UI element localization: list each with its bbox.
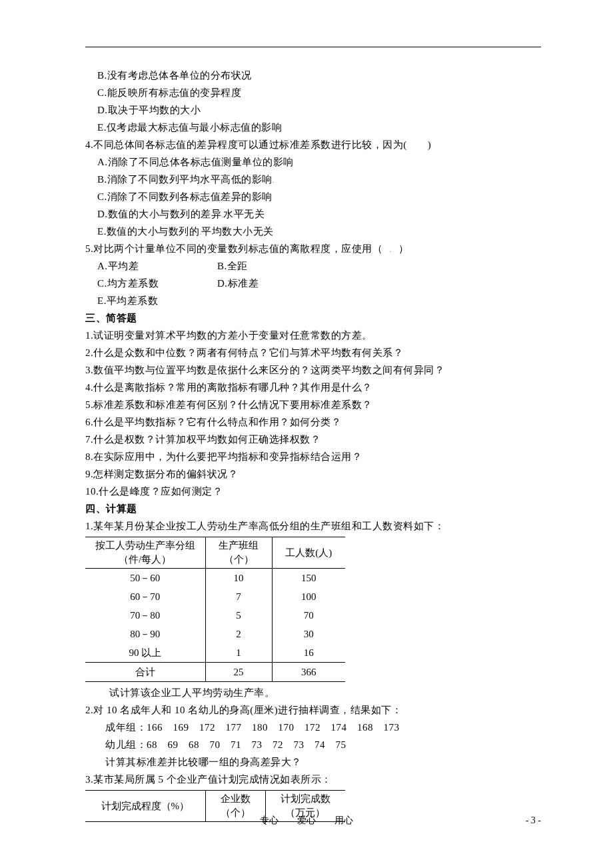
header-divider (85, 47, 541, 47)
q4-option-e: E.数值的大小与数列的.平均数大小无关 (85, 223, 541, 239)
t2-h3a: 计划完成数 (281, 793, 330, 804)
s4-q1-stem: 1.某年某月份某企业按工人劳动生产率高低分组的生产班组和工人数资料如下： (85, 518, 541, 534)
s3-q10: 10.什么是峰度？应如何测定？ (85, 483, 541, 499)
q4-option-c: C.消除了不同数列各标志值差异的影响 (85, 189, 541, 205)
s4-q2-adult: 成年组：166 169 172 177 180 170 172 174 168 … (85, 719, 541, 735)
s3-q6: 6.什么是平均数指标？它有什么特点和作用？如何分类？ (85, 414, 541, 430)
t2-h2a: 企业数 (221, 793, 251, 804)
q4-option-d: D.数值的大小与数列的差异.水平无关 (85, 206, 541, 222)
section4-title: 四、计算题 (85, 501, 541, 517)
q5-option-a: A.平均差 (97, 258, 217, 274)
table-total-row: 合计25366 (85, 663, 345, 682)
s4-q2-stem: 2.对 10 名成年人和 10 名幼儿的身高(厘米)进行抽样调查，结果如下： (85, 702, 541, 718)
q4-option-a: A.消除了不同总体各标志值测量单位的影响 (85, 154, 541, 170)
table-row: 50－6010150 (85, 569, 345, 588)
q5-option-e: E.平均差系数 (85, 293, 541, 309)
t1-h2a: 生产班组 (219, 540, 259, 551)
s4-q2-child: 幼儿组：68 69 68 70 71 73 72 73 74 75 (85, 737, 541, 753)
page-number: - 3 - (526, 813, 541, 828)
s3-q3: 3.数值平均数与位置平均数是依据什么来区分的？这两类平均数之间有何异同？ (85, 362, 541, 378)
q5-option-d: D.标准差 (217, 278, 259, 289)
q5-row-ab: A.平均差B.全距 (85, 258, 541, 274)
s4-q2-task: 计算其标准差并比较哪一组的身高差异大？ (85, 754, 541, 770)
q1-table: 按工人劳动生产率分组（件/每人） 生产班组（个） 工人数(人) 50－60101… (85, 537, 345, 682)
s3-q2: 2.什么是众数和中位数？两者有何特点？它们与算术平均数有何关系？ (85, 345, 541, 361)
section3-title: 三、简答题 (85, 310, 541, 326)
s3-q9: 9.怎样测定数据分布的偏斜状况？ (85, 466, 541, 482)
table-row: 80－90230 (85, 625, 345, 643)
table-row: 90 以上116 (85, 643, 345, 663)
q4-stem: 4.不同总体间各标志值的差异程度可以通过标准差系数进行比较，因为( ) (85, 137, 541, 153)
q5-row-cd: C.均方差系数D.标准差 (85, 275, 541, 291)
t1-h1a: 按工人劳动生产率分组 (95, 540, 195, 551)
t1-h3: 工人数(人) (272, 537, 345, 569)
footer-motto: 专心 爱心 用心 (0, 813, 613, 828)
option-c: C.能反映所有标志值的变异程度 (85, 85, 541, 101)
s4-q1-tail: 试计算该企业工人平均劳动生产率。 (85, 685, 541, 701)
q5-option-b: B.全距 (217, 261, 248, 271)
q5-stem: 5.对比两个计量单位不同的变量数列标志值的离散程度，应使用（ . ） (85, 241, 541, 257)
s3-q4: 4.什么是离散指标？常用的离散指标有哪几种？其作用是什么？ (85, 379, 541, 395)
s3-q7: 7.什么是权数？计算加权平均数如何正确选择权数？ (85, 431, 541, 447)
q5-option-c: C.均方差系数 (97, 275, 217, 291)
table-row: 60－707100 (85, 587, 345, 606)
s4-q3-stem: 3.某市某局所属 5 个企业产值计划完成情况如表所示： (85, 771, 541, 787)
option-e: E.仅考虑最大标志值与最小标志值的影响 (85, 119, 541, 135)
s3-q5: 5.标准差系数和标准差有何区别？什么情况下要用标准差系数？ (85, 397, 541, 413)
q4-b-text: B.消除了不同数列平均水平高低的影响 (97, 174, 273, 185)
option-b: B.没有考虑总体各单位的分布状况 (85, 67, 541, 83)
table-row: 70－80570 (85, 606, 345, 625)
option-d: D.取决于平均数的大小 (85, 102, 541, 118)
s3-q1: 1.试证明变量对算术平均数的方差小于变量对任意常数的方差。 (85, 327, 541, 343)
t1-h2b: （个） (224, 554, 254, 565)
t1-h1b: （件/每人） (119, 554, 171, 565)
s3-q8: 8.在实际应用中，为什么要把平均指标和变异指标结合运用？ (85, 449, 541, 465)
q4-option-b: B.消除了不同数列平均水平高低的影响. (85, 171, 541, 187)
